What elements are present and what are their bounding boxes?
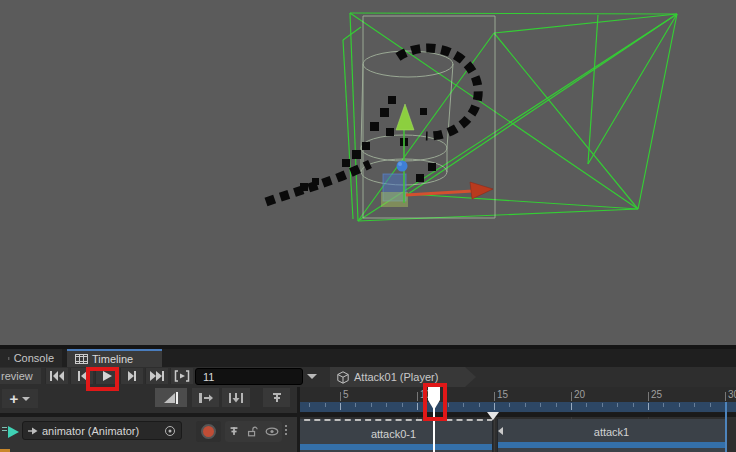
ripple-mode-button[interactable]	[192, 388, 219, 407]
gridline	[494, 417, 495, 452]
breadcrumb-attack01[interactable]: Attack01 (Player)	[330, 367, 476, 387]
gameobject-arrow-icon	[28, 426, 38, 436]
chevron-down-icon	[22, 397, 30, 401]
animation-track-header[interactable]: animator (Animator)	[0, 417, 297, 452]
frame-number-field[interactable]	[195, 368, 303, 385]
track-type-lines-icon	[2, 427, 7, 433]
clip-ease-in-icon	[498, 427, 503, 435]
plus-icon: +	[10, 391, 19, 406]
clip-label: attack0-1	[300, 428, 492, 440]
sprite-pixels	[300, 96, 436, 191]
preview-toggle[interactable]: review	[0, 368, 41, 384]
goto-start-button[interactable]	[45, 368, 68, 384]
gizmo-x-axis	[406, 191, 473, 195]
ruler-label-25: 25	[651, 389, 662, 400]
clip-attack0-1[interactable]: attack0-1	[300, 419, 493, 452]
ruler-band[interactable]	[300, 402, 736, 412]
tab-console[interactable]: Console	[0, 349, 62, 367]
tab-console-label: Console	[14, 352, 54, 364]
replace-mode-button[interactable]	[222, 388, 250, 407]
clip-attack1[interactable]: attack1	[497, 419, 726, 452]
annotation-box-playhead	[423, 383, 447, 421]
track-binding-label: animator (Animator)	[42, 425, 160, 437]
unity-editor-window: { "colors": { "accent_blue": "#4a7dbd", …	[0, 0, 736, 452]
clip-end-marker-icon[interactable]	[487, 412, 499, 420]
clip-label: attack1	[498, 426, 725, 438]
next-frame-icon	[124, 370, 140, 382]
goto-start-icon	[49, 370, 65, 382]
timeline-icon	[75, 354, 88, 364]
clips-lane: attack0-1 attack1	[300, 417, 736, 452]
goto-end-button[interactable]	[145, 368, 168, 384]
console-icon	[8, 354, 10, 363]
annotation-box-play-button	[86, 367, 119, 391]
marker-track-toggle[interactable]	[263, 388, 290, 407]
tab-bar: Console Timeline	[0, 349, 736, 367]
object-picker-icon[interactable]	[164, 425, 176, 437]
frame-units-dropdown[interactable]	[307, 374, 317, 379]
gizmo-z-ball	[397, 161, 408, 172]
ruler-label-30: 30	[728, 389, 736, 400]
ripple-mode-icon	[198, 391, 214, 405]
gizmo-y-cone	[396, 104, 414, 130]
goto-end-icon	[149, 370, 165, 382]
mix-mode-icon	[163, 391, 179, 405]
cube-icon	[337, 371, 349, 384]
track-toolbar: +	[0, 387, 297, 413]
lock-icon[interactable]	[246, 425, 258, 438]
marker-pin-icon	[270, 391, 284, 405]
ruler-label-15: 15	[497, 389, 508, 400]
track-menu-button[interactable]	[285, 425, 287, 435]
tab-timeline-label: Timeline	[92, 353, 133, 365]
ruler-label-5: 5	[343, 389, 349, 400]
animation-track-icon	[8, 426, 19, 438]
scene-view	[0, 0, 736, 345]
clip-loop-bar	[498, 442, 725, 448]
pin-icon[interactable]	[228, 425, 240, 438]
track-options-group	[225, 421, 282, 442]
timeline-end-line	[725, 402, 727, 452]
ruler-label-20: 20	[574, 389, 585, 400]
record-icon	[201, 424, 216, 439]
track-binding-field[interactable]: animator (Animator)	[22, 421, 182, 440]
tab-timeline[interactable]: Timeline	[67, 349, 162, 367]
transform-gizmo	[381, 104, 493, 207]
add-track-button[interactable]: +	[2, 389, 38, 408]
mix-mode-button[interactable]	[155, 388, 187, 407]
timeline-ruler[interactable]: 5 10 15 20 25 30	[300, 387, 736, 413]
replace-mode-icon	[228, 391, 244, 405]
play-range-button[interactable]	[170, 368, 193, 384]
gizmo-x-cone	[470, 182, 493, 199]
breadcrumb-label: Attack01 (Player)	[354, 371, 438, 383]
play-range-icon	[174, 370, 190, 382]
record-toggle-button[interactable]	[196, 421, 221, 442]
eye-icon[interactable]	[265, 426, 279, 437]
next-frame-button[interactable]	[120, 368, 143, 384]
clip-loop-bar	[300, 444, 492, 450]
